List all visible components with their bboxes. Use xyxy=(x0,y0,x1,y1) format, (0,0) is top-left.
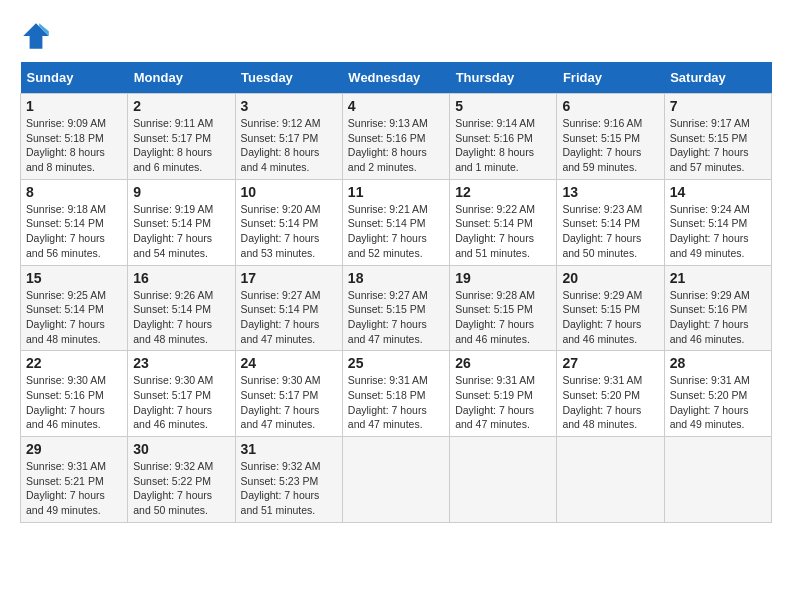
weekday-header-tuesday: Tuesday xyxy=(235,62,342,94)
day-detail: Sunrise: 9:23 AMSunset: 5:14 PMDaylight:… xyxy=(562,202,658,261)
calendar-cell: 24Sunrise: 9:30 AMSunset: 5:17 PMDayligh… xyxy=(235,351,342,437)
day-number: 30 xyxy=(133,441,229,457)
day-number: 13 xyxy=(562,184,658,200)
calendar-cell: 28Sunrise: 9:31 AMSunset: 5:20 PMDayligh… xyxy=(664,351,771,437)
calendar-cell xyxy=(342,437,449,523)
weekday-header-thursday: Thursday xyxy=(450,62,557,94)
calendar-cell: 8Sunrise: 9:18 AMSunset: 5:14 PMDaylight… xyxy=(21,179,128,265)
day-detail: Sunrise: 9:30 AMSunset: 5:16 PMDaylight:… xyxy=(26,373,122,432)
calendar-week-5: 29Sunrise: 9:31 AMSunset: 5:21 PMDayligh… xyxy=(21,437,772,523)
weekday-header-saturday: Saturday xyxy=(664,62,771,94)
calendar-table: SundayMondayTuesdayWednesdayThursdayFrid… xyxy=(20,62,772,523)
calendar-cell: 30Sunrise: 9:32 AMSunset: 5:22 PMDayligh… xyxy=(128,437,235,523)
calendar-cell: 17Sunrise: 9:27 AMSunset: 5:14 PMDayligh… xyxy=(235,265,342,351)
day-number: 27 xyxy=(562,355,658,371)
day-detail: Sunrise: 9:26 AMSunset: 5:14 PMDaylight:… xyxy=(133,288,229,347)
day-detail: Sunrise: 9:16 AMSunset: 5:15 PMDaylight:… xyxy=(562,116,658,175)
day-detail: Sunrise: 9:19 AMSunset: 5:14 PMDaylight:… xyxy=(133,202,229,261)
calendar-cell: 5Sunrise: 9:14 AMSunset: 5:16 PMDaylight… xyxy=(450,94,557,180)
calendar-body: 1Sunrise: 9:09 AMSunset: 5:18 PMDaylight… xyxy=(21,94,772,523)
calendar-cell xyxy=(664,437,771,523)
svg-marker-0 xyxy=(23,23,49,49)
day-detail: Sunrise: 9:29 AMSunset: 5:16 PMDaylight:… xyxy=(670,288,766,347)
calendar-cell: 23Sunrise: 9:30 AMSunset: 5:17 PMDayligh… xyxy=(128,351,235,437)
calendar-cell: 16Sunrise: 9:26 AMSunset: 5:14 PMDayligh… xyxy=(128,265,235,351)
calendar-cell: 22Sunrise: 9:30 AMSunset: 5:16 PMDayligh… xyxy=(21,351,128,437)
day-detail: Sunrise: 9:22 AMSunset: 5:14 PMDaylight:… xyxy=(455,202,551,261)
calendar-cell: 12Sunrise: 9:22 AMSunset: 5:14 PMDayligh… xyxy=(450,179,557,265)
calendar-cell: 11Sunrise: 9:21 AMSunset: 5:14 PMDayligh… xyxy=(342,179,449,265)
day-detail: Sunrise: 9:31 AMSunset: 5:21 PMDaylight:… xyxy=(26,459,122,518)
calendar-cell: 2Sunrise: 9:11 AMSunset: 5:17 PMDaylight… xyxy=(128,94,235,180)
day-number: 23 xyxy=(133,355,229,371)
day-number: 16 xyxy=(133,270,229,286)
day-detail: Sunrise: 9:32 AMSunset: 5:23 PMDaylight:… xyxy=(241,459,337,518)
weekday-header-sunday: Sunday xyxy=(21,62,128,94)
calendar-cell: 7Sunrise: 9:17 AMSunset: 5:15 PMDaylight… xyxy=(664,94,771,180)
calendar-cell: 15Sunrise: 9:25 AMSunset: 5:14 PMDayligh… xyxy=(21,265,128,351)
calendar-cell: 18Sunrise: 9:27 AMSunset: 5:15 PMDayligh… xyxy=(342,265,449,351)
day-detail: Sunrise: 9:20 AMSunset: 5:14 PMDaylight:… xyxy=(241,202,337,261)
calendar-cell: 9Sunrise: 9:19 AMSunset: 5:14 PMDaylight… xyxy=(128,179,235,265)
calendar-cell xyxy=(450,437,557,523)
day-detail: Sunrise: 9:11 AMSunset: 5:17 PMDaylight:… xyxy=(133,116,229,175)
calendar-cell: 25Sunrise: 9:31 AMSunset: 5:18 PMDayligh… xyxy=(342,351,449,437)
day-detail: Sunrise: 9:29 AMSunset: 5:15 PMDaylight:… xyxy=(562,288,658,347)
weekday-header-monday: Monday xyxy=(128,62,235,94)
day-detail: Sunrise: 9:31 AMSunset: 5:18 PMDaylight:… xyxy=(348,373,444,432)
weekday-header-friday: Friday xyxy=(557,62,664,94)
calendar-cell: 26Sunrise: 9:31 AMSunset: 5:19 PMDayligh… xyxy=(450,351,557,437)
day-number: 6 xyxy=(562,98,658,114)
calendar-cell: 10Sunrise: 9:20 AMSunset: 5:14 PMDayligh… xyxy=(235,179,342,265)
day-detail: Sunrise: 9:24 AMSunset: 5:14 PMDaylight:… xyxy=(670,202,766,261)
calendar-cell: 4Sunrise: 9:13 AMSunset: 5:16 PMDaylight… xyxy=(342,94,449,180)
day-number: 25 xyxy=(348,355,444,371)
day-detail: Sunrise: 9:18 AMSunset: 5:14 PMDaylight:… xyxy=(26,202,122,261)
calendar-cell: 3Sunrise: 9:12 AMSunset: 5:17 PMDaylight… xyxy=(235,94,342,180)
day-detail: Sunrise: 9:14 AMSunset: 5:16 PMDaylight:… xyxy=(455,116,551,175)
day-number: 19 xyxy=(455,270,551,286)
day-detail: Sunrise: 9:17 AMSunset: 5:15 PMDaylight:… xyxy=(670,116,766,175)
day-number: 10 xyxy=(241,184,337,200)
day-number: 17 xyxy=(241,270,337,286)
day-detail: Sunrise: 9:13 AMSunset: 5:16 PMDaylight:… xyxy=(348,116,444,175)
calendar-cell: 13Sunrise: 9:23 AMSunset: 5:14 PMDayligh… xyxy=(557,179,664,265)
calendar-cell: 19Sunrise: 9:28 AMSunset: 5:15 PMDayligh… xyxy=(450,265,557,351)
calendar-cell: 6Sunrise: 9:16 AMSunset: 5:15 PMDaylight… xyxy=(557,94,664,180)
calendar-cell: 1Sunrise: 9:09 AMSunset: 5:18 PMDaylight… xyxy=(21,94,128,180)
page-header xyxy=(20,20,772,52)
day-number: 1 xyxy=(26,98,122,114)
day-number: 21 xyxy=(670,270,766,286)
day-number: 12 xyxy=(455,184,551,200)
day-number: 29 xyxy=(26,441,122,457)
day-detail: Sunrise: 9:09 AMSunset: 5:18 PMDaylight:… xyxy=(26,116,122,175)
day-detail: Sunrise: 9:31 AMSunset: 5:20 PMDaylight:… xyxy=(562,373,658,432)
day-number: 5 xyxy=(455,98,551,114)
day-number: 22 xyxy=(26,355,122,371)
day-detail: Sunrise: 9:12 AMSunset: 5:17 PMDaylight:… xyxy=(241,116,337,175)
day-number: 24 xyxy=(241,355,337,371)
calendar-week-1: 1Sunrise: 9:09 AMSunset: 5:18 PMDaylight… xyxy=(21,94,772,180)
day-number: 28 xyxy=(670,355,766,371)
day-detail: Sunrise: 9:28 AMSunset: 5:15 PMDaylight:… xyxy=(455,288,551,347)
day-detail: Sunrise: 9:30 AMSunset: 5:17 PMDaylight:… xyxy=(241,373,337,432)
day-number: 14 xyxy=(670,184,766,200)
calendar-cell: 21Sunrise: 9:29 AMSunset: 5:16 PMDayligh… xyxy=(664,265,771,351)
calendar-cell: 14Sunrise: 9:24 AMSunset: 5:14 PMDayligh… xyxy=(664,179,771,265)
calendar-cell: 31Sunrise: 9:32 AMSunset: 5:23 PMDayligh… xyxy=(235,437,342,523)
day-detail: Sunrise: 9:31 AMSunset: 5:20 PMDaylight:… xyxy=(670,373,766,432)
day-number: 2 xyxy=(133,98,229,114)
calendar-cell: 29Sunrise: 9:31 AMSunset: 5:21 PMDayligh… xyxy=(21,437,128,523)
day-number: 20 xyxy=(562,270,658,286)
weekday-header-row: SundayMondayTuesdayWednesdayThursdayFrid… xyxy=(21,62,772,94)
day-number: 8 xyxy=(26,184,122,200)
day-detail: Sunrise: 9:25 AMSunset: 5:14 PMDaylight:… xyxy=(26,288,122,347)
calendar-week-3: 15Sunrise: 9:25 AMSunset: 5:14 PMDayligh… xyxy=(21,265,772,351)
calendar-cell xyxy=(557,437,664,523)
weekday-header-wednesday: Wednesday xyxy=(342,62,449,94)
day-number: 18 xyxy=(348,270,444,286)
day-number: 3 xyxy=(241,98,337,114)
calendar-cell: 20Sunrise: 9:29 AMSunset: 5:15 PMDayligh… xyxy=(557,265,664,351)
day-number: 4 xyxy=(348,98,444,114)
day-number: 26 xyxy=(455,355,551,371)
